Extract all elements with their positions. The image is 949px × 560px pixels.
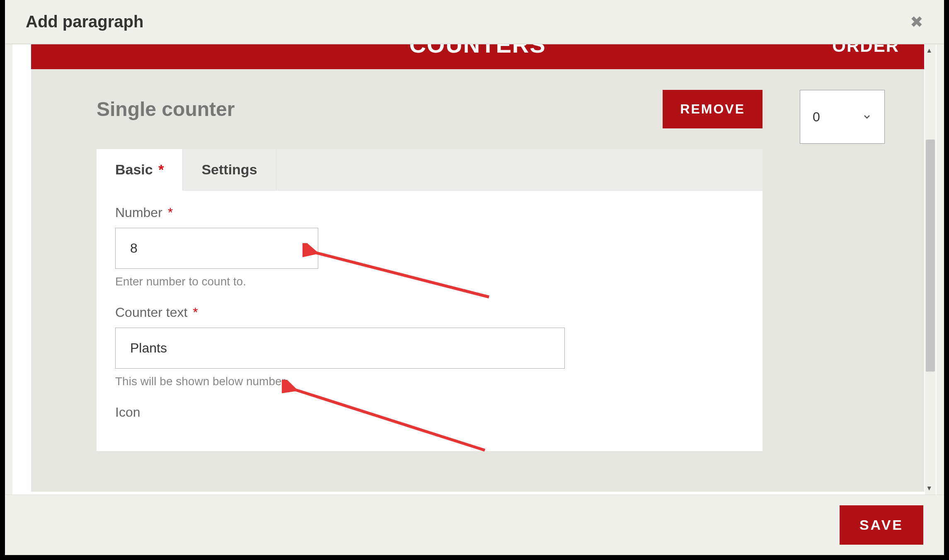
scroll-up-icon[interactable]: ▲ bbox=[926, 47, 932, 54]
left-gutter bbox=[31, 69, 76, 492]
counter-text-label: Counter text * bbox=[115, 305, 744, 320]
tabs-container: Basic * Settings Number * bbox=[97, 149, 763, 451]
tab-settings[interactable]: Settings bbox=[183, 149, 276, 190]
counter-text-input[interactable] bbox=[115, 328, 565, 369]
field-number: Number * Enter number to count to. bbox=[115, 205, 744, 288]
order-column: 0 bbox=[775, 69, 924, 492]
required-icon: * bbox=[158, 162, 164, 177]
tab-basic-label: Basic bbox=[115, 162, 153, 177]
main-panel: Single counter REMOVE Basic * Settings bbox=[76, 69, 775, 492]
save-button[interactable]: SAVE bbox=[840, 505, 923, 545]
chevron-down-icon bbox=[862, 112, 872, 122]
modal-overlay: Add paragraph ✖ COUNTERS ORDER Single co… bbox=[5, 0, 944, 555]
close-button[interactable]: ✖ bbox=[910, 14, 923, 30]
modal-body: COUNTERS ORDER Single counter REMOVE Bas… bbox=[12, 44, 937, 495]
scroll-down-icon[interactable]: ▼ bbox=[926, 485, 932, 492]
number-help: Enter number to count to. bbox=[115, 275, 744, 288]
banner-order-label: ORDER bbox=[832, 44, 899, 56]
section-banner: COUNTERS ORDER bbox=[31, 44, 924, 69]
number-input[interactable] bbox=[115, 228, 318, 269]
required-icon: * bbox=[193, 305, 198, 320]
required-icon: * bbox=[168, 205, 173, 220]
tab-settings-label: Settings bbox=[201, 162, 257, 177]
icon-label: Icon bbox=[115, 405, 744, 420]
counter-text-help: This will be shown below number. bbox=[115, 375, 744, 388]
scrollbar-track[interactable]: ▲ ▼ bbox=[925, 44, 936, 495]
modal-title: Add paragraph bbox=[26, 12, 143, 31]
remove-button[interactable]: REMOVE bbox=[663, 90, 763, 128]
close-icon: ✖ bbox=[910, 13, 923, 31]
modal-header: Add paragraph ✖ bbox=[5, 0, 944, 44]
tab-content-basic: Number * Enter number to count to. Count… bbox=[97, 191, 763, 451]
content-wrapper: Single counter REMOVE Basic * Settings bbox=[31, 69, 924, 492]
field-icon: Icon bbox=[115, 405, 744, 420]
field-counter-text: Counter text * This will be shown below … bbox=[115, 305, 744, 388]
modal-footer: SAVE bbox=[5, 495, 944, 555]
scrollbar-thumb[interactable] bbox=[926, 140, 935, 372]
panel-title: Single counter bbox=[97, 98, 235, 121]
number-label: Number * bbox=[115, 205, 744, 220]
tab-basic[interactable]: Basic * bbox=[97, 149, 183, 191]
scroll-area: COUNTERS ORDER Single counter REMOVE Bas… bbox=[31, 44, 924, 495]
tabs-bar: Basic * Settings bbox=[97, 149, 763, 191]
panel-header: Single counter REMOVE bbox=[76, 69, 775, 149]
order-select[interactable]: 0 bbox=[800, 90, 885, 144]
order-value: 0 bbox=[813, 109, 820, 125]
banner-title: COUNTERS bbox=[409, 44, 546, 58]
